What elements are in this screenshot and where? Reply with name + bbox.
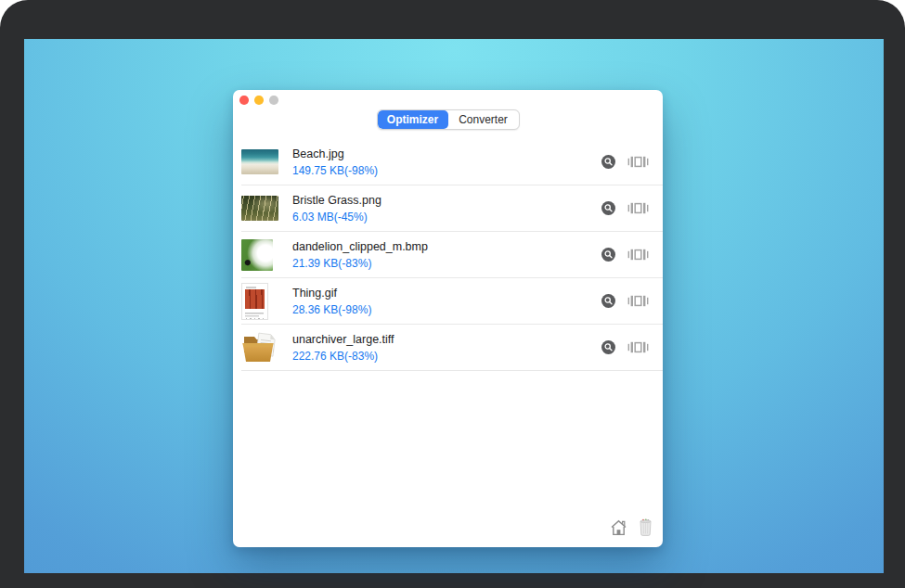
compare-before-after-button[interactable] [627,340,649,354]
before-after-compare-icon [627,201,649,215]
preview-magnifier-icon [601,155,615,169]
preview-magnifier-button[interactable] [601,340,615,354]
home-button[interactable] [610,519,627,536]
compare-before-after-button[interactable] [627,201,649,215]
file-row-beach[interactable]: Beach.jpg 149.75 KB(-98%) [241,139,663,185]
file-size: 21.39 KB(-83%) [292,257,601,270]
file-name: Beach.jpg [292,147,601,160]
preview-magnifier-button[interactable] [601,248,615,262]
file-list: Beach.jpg 149.75 KB(-98%) [241,139,663,371]
row-actions [601,340,663,354]
window-footer [610,518,653,536]
row-actions [601,294,663,308]
zoom-button-disabled [269,96,278,105]
compare-before-after-button[interactable] [627,294,649,308]
file-meta: Thing.gif 28.36 KB(-98%) [292,286,601,316]
window-titlebar[interactable]: Optimizer Converter [233,90,663,139]
file-meta: Beach.jpg 149.75 KB(-98%) [292,147,601,177]
trash-icon [639,518,653,536]
thumbnail-cell [241,283,284,320]
file-name: unarchiver_large.tiff [292,333,601,346]
preview-magnifier-icon [601,201,615,215]
preview-magnifier-button[interactable] [601,294,615,308]
preview-magnifier-button[interactable] [601,201,615,215]
preview-magnifier-icon [601,340,615,354]
preview-magnifier-button[interactable] [601,155,615,169]
row-actions [601,155,663,169]
thumbnail-cell [241,331,284,364]
tab-converter[interactable]: Converter [448,110,519,129]
unarchiver-folder-icon [241,331,277,364]
close-button[interactable] [239,96,249,105]
file-size: 222.76 KB(-83%) [292,350,601,363]
file-size: 6.03 MB(-45%) [292,211,601,224]
thumbnail-cell [241,149,284,174]
beach-photo-thumbnail [241,149,278,174]
grass-photo-thumbnail [241,196,278,221]
before-after-compare-icon [627,340,649,354]
before-after-compare-icon [627,248,649,262]
file-meta: unarchiver_large.tiff 222.76 KB(-83%) [292,332,601,363]
file-name: Thing.gif [292,287,601,300]
minimize-button[interactable] [254,96,264,105]
row-actions [601,201,663,215]
dandelion-photo-thumbnail [241,239,273,271]
file-name: Bristle Grass.png [292,194,601,207]
trash-button[interactable] [639,518,653,536]
thumbnail-cell [241,239,284,271]
compare-before-after-button[interactable] [627,248,649,262]
file-row-grass[interactable]: Bristle Grass.png 6.03 MB(-45%) [241,185,663,232]
before-after-compare-icon [627,155,649,169]
file-row-dandelion[interactable]: dandelion_clipped_m.bmp 21.39 KB(-83%) [241,232,663,278]
app-window: Optimizer Converter Beach.jpg 149.75 KB(… [233,90,663,547]
row-actions [601,248,663,262]
mode-segmented-control: Optimizer Converter [377,109,520,130]
device-frame: Optimizer Converter Beach.jpg 149.75 KB(… [0,0,905,588]
tab-optimizer[interactable]: Optimizer [378,110,448,129]
file-name: dandelion_clipped_m.bmp [292,240,601,253]
preview-magnifier-icon [601,248,615,262]
poster-graphic-thumbnail [241,283,268,320]
file-meta: Bristle Grass.png 6.03 MB(-45%) [292,193,601,224]
before-after-compare-icon [627,294,649,308]
preview-magnifier-icon [601,294,615,308]
compare-before-after-button[interactable] [627,155,649,169]
file-row-unarchiver[interactable]: unarchiver_large.tiff 222.76 KB(-83%) [241,325,663,371]
home-icon [610,519,627,536]
file-size: 149.75 KB(-98%) [292,164,601,177]
file-row-thing[interactable]: Thing.gif 28.36 KB(-98%) [241,278,663,325]
file-meta: dandelion_clipped_m.bmp 21.39 KB(-83%) [292,239,601,270]
desktop-background: Optimizer Converter Beach.jpg 149.75 KB(… [24,39,884,573]
traffic-lights [239,96,278,105]
thumbnail-cell [241,196,284,221]
file-size: 28.36 KB(-98%) [292,303,601,316]
